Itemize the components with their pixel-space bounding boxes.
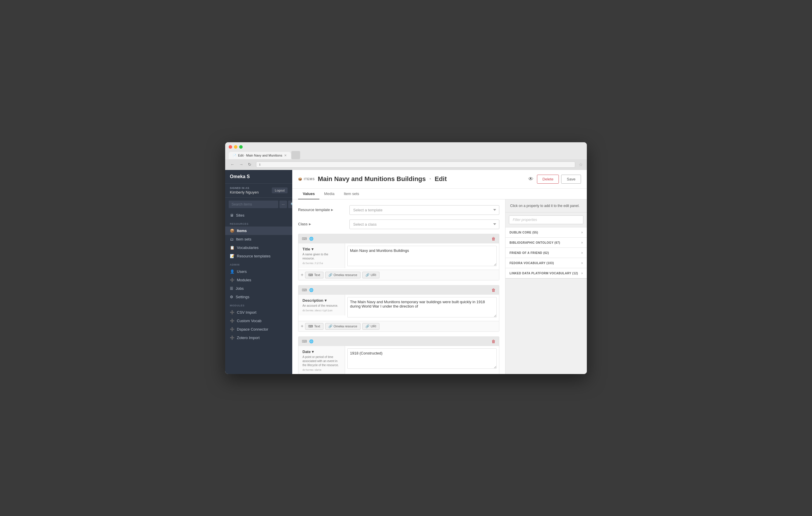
delete-button[interactable]: Delete xyxy=(537,175,559,184)
vocabularies-icon: 📋 xyxy=(230,245,234,250)
tab-close-icon[interactable]: ✕ xyxy=(284,154,287,157)
items-badge-text: ITEMS xyxy=(304,177,315,181)
description-dropdown-arrow[interactable]: ▾ xyxy=(325,298,327,303)
sidebar-item-settings[interactable]: ⚙ Settings xyxy=(225,293,292,301)
browser-tab[interactable]: 📄 Edit · Main Navy and Munitions ✕ xyxy=(229,152,291,159)
date-dropdown-arrow[interactable]: ▾ xyxy=(312,350,314,354)
class-row: Class ▶ Select a class xyxy=(298,219,499,229)
title-property-meta-title: Title ▾ xyxy=(302,247,341,251)
sidebar-item-csv-import-label: CSV Import xyxy=(237,310,256,314)
sidebar-item-modules[interactable]: ➕ Modules xyxy=(225,276,292,284)
sidebar-item-items-label: Items xyxy=(237,229,247,233)
description-add-icon[interactable]: + xyxy=(301,324,303,329)
title-omeka-resource-button[interactable]: 🔗 Omeka resource xyxy=(325,272,360,278)
sidebar-item-zotero-import[interactable]: ➕ Zotero Import xyxy=(225,334,292,342)
date-keyboard-icon[interactable]: ⌨ xyxy=(302,339,307,343)
logout-button[interactable]: Logout xyxy=(272,187,288,193)
vocab-item-fedora-vocabulary[interactable]: FEDORA VOCABULARY (103) › xyxy=(505,258,587,268)
date-globe-icon[interactable]: 🌐 xyxy=(309,339,314,343)
description-uri-button[interactable]: 🔗 URI xyxy=(362,323,379,330)
vocab-item-friend-of-a-friend[interactable]: FRIEND OF A FRIEND (62) › xyxy=(505,248,587,258)
reload-button[interactable]: ↻ xyxy=(247,161,253,167)
resource-template-select[interactable]: Select a template xyxy=(349,205,499,215)
filter-properties-row xyxy=(505,213,587,227)
browser-window: 📄 Edit · Main Navy and Munitions ✕ ← → ↻… xyxy=(225,142,587,374)
vocab-item-dublin-core[interactable]: DUBLIN CORE (55) › xyxy=(505,227,587,238)
description-delete-icon[interactable]: 🗑 xyxy=(491,288,496,293)
title-keyboard-icon[interactable]: ⌨ xyxy=(302,237,307,241)
tab-bar: 📄 Edit · Main Navy and Munitions ✕ xyxy=(229,151,583,159)
sidebar-item-modules-label: Modules xyxy=(237,278,251,282)
title-description: A name given to the resource. xyxy=(302,252,341,261)
description-uri-label: URI xyxy=(371,325,376,328)
close-button[interactable] xyxy=(229,145,232,149)
search-go-button[interactable]: 🔍 xyxy=(288,201,292,208)
back-button[interactable]: ← xyxy=(229,161,236,167)
description-term: dcterms:description xyxy=(302,309,341,312)
item-sets-icon: 🗂 xyxy=(230,237,234,241)
bookmark-icon[interactable]: ☆ xyxy=(579,162,583,167)
class-select[interactable]: Select a class xyxy=(349,219,499,229)
sidebar-item-users[interactable]: 👤 Users xyxy=(225,267,292,276)
sidebar-item-sites[interactable]: 🖥 Sites xyxy=(225,211,292,219)
date-textarea[interactable]: 1918 (Constructed) xyxy=(347,348,497,369)
sidebar-item-csv-import[interactable]: ➕ CSV Import xyxy=(225,308,292,316)
title-uri-icon: 🔗 xyxy=(366,273,370,277)
maximize-button[interactable] xyxy=(239,145,243,149)
sidebar-item-dspace-connector[interactable]: ➕ Dspace Connector xyxy=(225,325,292,334)
description-omeka-resource-button[interactable]: 🔗 Omeka resource xyxy=(325,323,360,330)
title-add-icon[interactable]: + xyxy=(301,272,303,277)
tab-media[interactable]: Media xyxy=(319,189,339,200)
linked-data-platform-label: LINKED DATA PLATFORM VOCABULARY (12) xyxy=(510,272,578,275)
vocab-item-linked-data-platform[interactable]: LINKED DATA PLATFORM VOCABULARY (12) › xyxy=(505,268,587,278)
description-textarea[interactable]: The Main Navy and Munitions temporary wa… xyxy=(347,297,497,317)
date-property-section: ⌨ 🌐 🗑 Date ▾ A point or pe xyxy=(298,336,499,374)
url-field[interactable]: ℹ xyxy=(256,161,575,168)
filter-properties-input[interactable] xyxy=(509,215,583,224)
friend-of-a-friend-chevron: › xyxy=(582,251,583,255)
class-arrow: ▶ xyxy=(309,222,311,225)
sidebar-item-vocabularies[interactable]: 📋 Vocabularies xyxy=(225,243,292,252)
title-textarea[interactable]: Main Navy and Munitions Buildings xyxy=(347,246,497,266)
title-text-button[interactable]: ⌨ Text xyxy=(305,272,323,278)
title-dropdown-arrow[interactable]: ▾ xyxy=(312,247,314,251)
description-property-body: Description ▾ An account of the resource… xyxy=(298,295,499,321)
title-delete-icon[interactable]: 🗑 xyxy=(491,236,496,241)
sidebar-item-resource-templates[interactable]: 📝 Resource templates xyxy=(225,252,292,260)
tab-values[interactable]: Values xyxy=(298,189,319,200)
vocab-item-bibliographic-ontology[interactable]: BIBLIOGRAPHIC ONTOLOGY (67) › xyxy=(505,238,587,248)
search-input[interactable] xyxy=(229,201,278,208)
description-description: An account of the resource. xyxy=(302,304,341,308)
resource-template-field-col: Select a template xyxy=(349,205,499,215)
new-tab-button[interactable] xyxy=(291,151,300,159)
tabs-bar: Values Media Item sets xyxy=(292,189,587,200)
minimize-button[interactable] xyxy=(234,145,237,149)
title-label-text: Title xyxy=(302,247,310,251)
preview-button[interactable]: 👁 xyxy=(527,175,534,183)
title-uri-button[interactable]: 🔗 URI xyxy=(362,272,379,278)
title-property-meta: Title ▾ A name given to the resource. dc… xyxy=(298,243,345,268)
sidebar-item-custom-vocab[interactable]: ➕ Custom Vocab xyxy=(225,316,292,325)
tab-item-sets[interactable]: Item sets xyxy=(339,189,364,200)
save-button[interactable]: Save xyxy=(561,175,581,184)
title-globe-icon[interactable]: 🌐 xyxy=(309,237,314,241)
date-delete-icon[interactable]: 🗑 xyxy=(491,339,496,344)
signed-in-label: SIGNED IN AS xyxy=(230,187,259,189)
description-add-value-row: + ⌨ Text 🔗 Omeka resource 🔗 xyxy=(298,321,499,331)
title-add-value-row: + ⌨ Text 🔗 Omeka resource 🔗 xyxy=(298,270,499,280)
linked-data-platform-chevron: › xyxy=(582,271,583,275)
forward-button[interactable]: → xyxy=(238,161,244,167)
description-keyboard-icon[interactable]: ⌨ xyxy=(302,288,307,292)
sidebar-item-item-sets[interactable]: 🗂 Item sets xyxy=(225,235,292,243)
fedora-vocabulary-chevron: › xyxy=(582,261,583,265)
title-property-body: Title ▾ A name given to the resource. dc… xyxy=(298,243,499,270)
page-header: 📦 ITEMS Main Navy and Munitions Building… xyxy=(292,170,587,189)
sidebar-item-users-label: Users xyxy=(237,269,247,274)
sidebar-item-jobs[interactable]: ☰ Jobs xyxy=(225,284,292,293)
search-options-button[interactable]: ··· xyxy=(280,201,287,208)
sidebar-item-settings-label: Settings xyxy=(236,295,250,299)
description-text-button[interactable]: ⌨ Text xyxy=(305,323,323,330)
sidebar-item-items[interactable]: 📦 Items xyxy=(225,226,292,235)
description-globe-icon[interactable]: 🌐 xyxy=(309,288,314,292)
search-row: ··· 🔍 xyxy=(225,198,292,211)
